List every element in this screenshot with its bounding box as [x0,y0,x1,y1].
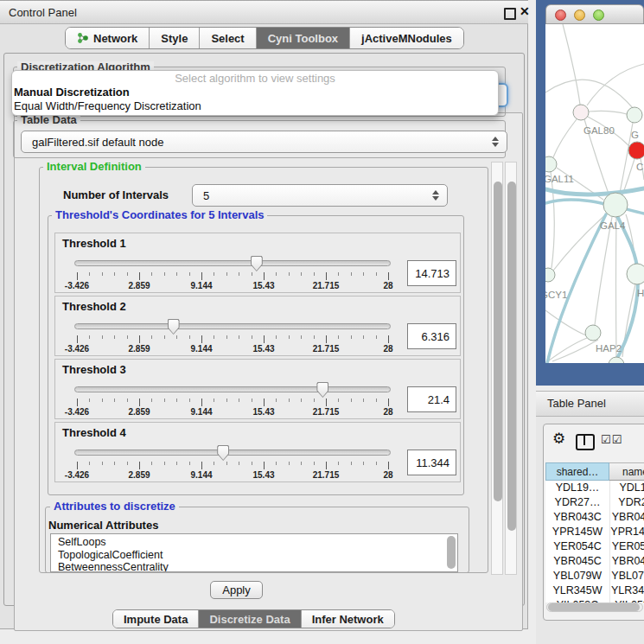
inner-vertical-scrollbar[interactable] [491,162,503,575]
mac-close-icon[interactable] [555,10,566,21]
slider-tick [388,462,389,469]
slider-tick [351,399,352,402]
bottom-tab-infer-network[interactable]: Infer Network [301,610,394,628]
table-row[interactable]: YER054CYER054C [545,539,644,554]
network-canvas[interactable]: GAL80GCGAL11GAL4GCY1HHAP2 [545,24,644,363]
column-header-shared-name[interactable]: shared… [545,462,609,481]
slider-tick [326,272,327,280]
network-edge-highlighted[interactable] [545,188,644,194]
cell-shared-name: YBR045C [545,554,610,569]
network-node-gal4[interactable] [603,193,628,217]
close-icon[interactable]: ✕ [520,4,530,18]
cell-name: YBR043C [610,510,644,525]
network-node-c[interactable] [628,142,644,159]
slider-thumb[interactable] [168,319,180,335]
network-edge[interactable] [553,119,577,157]
network-edge[interactable] [551,172,554,268]
slider-tick [176,335,177,339]
slider-tick [176,272,177,276]
tick-label: 9.144 [175,344,227,354]
network-node-hap2[interactable] [585,325,601,341]
slider-tick [239,272,239,276]
network-edge[interactable] [563,24,580,105]
slider-track[interactable] [74,386,391,392]
slider-tick [252,335,252,339]
mac-zoom-icon[interactable] [593,10,604,21]
network-edge[interactable] [616,217,617,357]
slider-tick [289,272,290,276]
gear-icon[interactable]: ⚙ [552,431,565,446]
threshold-value-field[interactable]: 11.344 [407,450,456,475]
slider-tick [351,462,352,465]
network-node-g[interactable] [627,107,642,123]
slider-thumb[interactable] [217,445,229,461]
tab-network[interactable]: Network [66,28,149,48]
mac-minimize-icon[interactable] [574,10,585,21]
network-node-h[interactable] [627,264,644,284]
select-columns-icon[interactable]: ☑☑ [601,433,622,446]
network-edge[interactable] [545,80,633,108]
slider-tick [77,272,78,280]
network-edge[interactable] [545,310,586,335]
table-row[interactable]: YDR27…YDR27 [545,495,644,510]
network-edge[interactable] [587,64,644,105]
slider-tick [351,335,352,339]
slider-tick [114,399,115,402]
bottom-tab-impute-data[interactable]: Impute Data [113,610,198,628]
network-node-gal11[interactable] [545,156,557,172]
bottom-tab-discretize-data[interactable]: Discretize Data [198,610,300,628]
table-horizontal-scrollbar-thumb[interactable] [548,603,640,611]
threshold-value-field[interactable]: 14.713 [407,260,456,286]
slider-tick [151,272,152,276]
numerical-attributes-list[interactable]: SelfLoopsTopologicalCoefficientBetweenne… [50,533,458,572]
float-window-icon[interactable] [504,8,516,20]
attribute-item[interactable]: BetweennessCentrality [51,561,457,572]
interval-definition-label: Interval Definition [43,161,145,173]
table-row[interactable]: YBR045CYBR045C [545,554,644,569]
table-row[interactable]: YLR345WYLR345W [545,583,644,598]
threshold-value-field[interactable]: 6.316 [407,323,456,349]
threshold-value-field[interactable]: 21.4 [407,386,456,412]
network-graph: GAL80GCGAL11GAL4GCY1HHAP2 [545,24,644,363]
panel-vertical-scrollbar[interactable] [505,162,517,575]
tab-jactivemnodules[interactable]: jActiveMNodules [349,28,463,48]
tab-select[interactable]: Select [199,28,255,48]
tick-label: 28 [362,344,414,354]
slider-tick [214,272,214,276]
inner-vertical-scrollbar-thumb[interactable] [494,182,502,501]
attributes-list-scrollbar[interactable] [447,536,456,569]
slider-thumb[interactable] [316,382,328,398]
network-edge[interactable] [589,111,627,114]
table-data-combobox[interactable]: galFiltered.sif default node [21,131,507,153]
slider-track[interactable] [74,323,391,329]
dropdown-item-2[interactable]: Equal Width/Frequency Discretization [12,99,498,113]
table-row[interactable]: YBL079WYBL079W [545,569,644,583]
split-columns-icon[interactable] [576,434,595,450]
slider-thumb[interactable] [251,256,263,271]
attribute-item[interactable]: TopologicalCoefficient [51,549,457,562]
threshold-label: Threshold 3 [62,363,126,376]
table-row[interactable]: YPR145WYPR145W [545,525,644,539]
slider-tick [214,335,214,339]
slider-tick [314,272,315,276]
network-edge-highlighted[interactable] [545,200,644,214]
tab-cyni-toolbox[interactable]: Cyni Toolbox [256,28,349,48]
network-edge[interactable] [553,214,606,271]
slider-tick [226,335,227,339]
slider-tick [201,462,202,469]
panel-vertical-scrollbar-thumb[interactable] [507,182,516,531]
slider-track[interactable] [74,260,391,266]
tab-label: Cyni Toolbox [268,32,338,45]
network-node-gal80[interactable] [573,105,589,120]
column-header-name[interactable]: name [609,462,644,481]
number-of-intervals-combobox[interactable]: 5 [192,184,448,207]
dropdown-item-1[interactable]: Manual Discretization [12,86,498,99]
network-node-gcy1[interactable] [545,268,555,282]
network-node[interactable] [609,357,624,363]
apply-button[interactable]: Apply [210,581,263,599]
attribute-item[interactable]: SelfLoops [51,534,457,549]
tab-style[interactable]: Style [149,28,199,48]
table-row[interactable]: YDL19…YDL19 [545,481,644,495]
table-row[interactable]: YBR043CYBR043C [545,510,644,525]
slider-track[interactable] [74,450,391,456]
